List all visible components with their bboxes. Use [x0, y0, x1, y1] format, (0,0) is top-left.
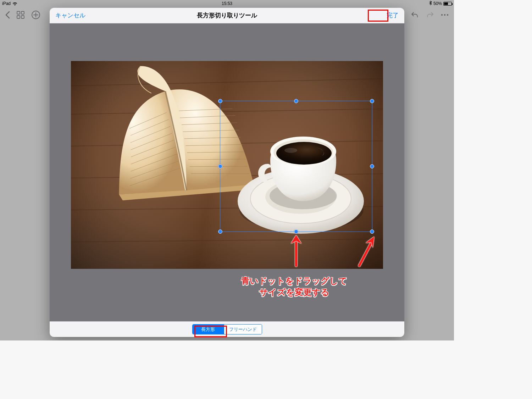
wifi-icon: [12, 2, 17, 6]
device-label: iPad: [2, 1, 11, 6]
battery-percent: 50%: [433, 1, 442, 6]
crop-handle-top-left[interactable]: [218, 99, 222, 103]
sheet-header: キャンセル 長方形切り取りツール 完了: [50, 8, 404, 23]
annotation-text: 青いドットをドラッグして サイズを変更する: [241, 275, 347, 298]
shape-segmented-control: 長方形 フリーハンド: [192, 324, 262, 334]
status-bar: iPad 15:53 50%: [0, 0, 454, 7]
clock: 15:53: [222, 1, 232, 6]
crop-handle-middle-right[interactable]: [370, 164, 374, 168]
crop-handle-bottom-right[interactable]: [370, 229, 374, 234]
segment-freehand[interactable]: フリーハンド: [224, 325, 262, 334]
sheet-footer: 長方形 フリーハンド: [50, 321, 404, 337]
cancel-button[interactable]: キャンセル: [55, 11, 85, 20]
crop-rectangle[interactable]: [220, 101, 372, 232]
battery-icon: [443, 2, 452, 6]
sheet-body: 青いドットをドラッグして サイズを変更する: [50, 23, 404, 321]
crop-sheet: キャンセル 長方形切り取りツール 完了: [50, 8, 404, 337]
done-button[interactable]: 完了: [387, 11, 399, 20]
crop-handle-middle-left[interactable]: [218, 164, 222, 168]
sheet-title: 長方形切り取りツール: [197, 11, 257, 20]
crop-handle-bottom-left[interactable]: [218, 229, 222, 234]
segment-rectangle[interactable]: 長方形: [193, 325, 224, 334]
annotation-text-line1: 青いドットをドラッグして: [241, 275, 347, 287]
bluetooth-icon: [429, 1, 432, 6]
crop-handle-top-right[interactable]: [370, 99, 374, 103]
crop-handle-top-center[interactable]: [294, 99, 298, 103]
annotation-text-line2: サイズを変更する: [241, 287, 347, 298]
crop-handle-bottom-center[interactable]: [294, 229, 298, 234]
